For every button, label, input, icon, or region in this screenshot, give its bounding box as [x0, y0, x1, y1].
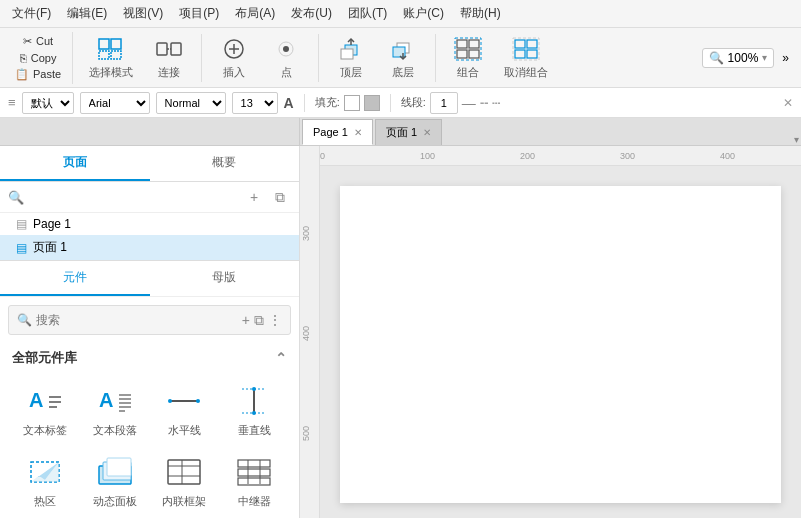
ruler-vertical: 300 400 500 — [300, 146, 320, 518]
repeater-text: 中继器 — [238, 494, 271, 509]
overview-tab[interactable]: 概要 — [150, 146, 300, 181]
menu-file[interactable]: 文件(F) — [4, 1, 59, 26]
v-line-icon — [232, 383, 276, 419]
widget-add-button[interactable]: + — [242, 312, 250, 329]
top-layer-label: 顶层 — [340, 65, 362, 80]
widget-library-collapse-icon[interactable]: ⌃ — [275, 350, 287, 366]
menu-publish[interactable]: 发布(U) — [283, 1, 340, 26]
svg-rect-23 — [515, 40, 525, 48]
svg-point-39 — [168, 399, 172, 403]
svg-rect-13 — [341, 49, 353, 59]
svg-rect-21 — [469, 50, 479, 58]
top-layer-icon — [335, 35, 367, 63]
text-label-text: 文本标签 — [23, 423, 67, 438]
format-separator-2 — [390, 94, 391, 112]
point-button[interactable]: 点 — [262, 31, 310, 84]
insert-label: 插入 — [223, 65, 245, 80]
connect-button[interactable]: 连接 — [145, 31, 193, 84]
ruler-vmark-400: 400 — [301, 326, 311, 341]
tab-page1-close[interactable]: ✕ — [354, 127, 362, 138]
pages-tab[interactable]: 页面 — [0, 146, 150, 181]
zoom-control[interactable]: 🔍 100% ▾ — [702, 48, 775, 68]
masters-tab[interactable]: 母版 — [150, 261, 300, 296]
weight-select[interactable]: Normal — [156, 92, 226, 114]
bottom-layer-label: 底层 — [392, 65, 414, 80]
widgets-tab[interactable]: 元件 — [0, 261, 150, 296]
stroke-style-1[interactable]: — — [462, 95, 476, 111]
widget-tabs: 元件 母版 — [0, 261, 299, 297]
svg-rect-3 — [111, 51, 121, 59]
search-icon: 🔍 — [8, 190, 24, 205]
group-icon — [452, 35, 484, 63]
fill-color-swatch[interactable] — [344, 95, 360, 111]
page-item-1[interactable]: ▤ 页面 1 — [0, 235, 299, 260]
tabbar-more-button[interactable]: ▾ — [794, 134, 799, 145]
widget-v-line[interactable]: 垂直线 — [221, 377, 287, 444]
widget-repeater[interactable]: 中继器 — [221, 448, 287, 515]
separator-3 — [435, 34, 436, 82]
widget-library-title: 全部元件库 ⌃ — [0, 343, 299, 373]
hotspot-text: 热区 — [34, 494, 56, 509]
menu-team[interactable]: 团队(T) — [340, 1, 395, 26]
h-line-icon — [162, 383, 206, 419]
format-list-icon: ≡ — [8, 95, 16, 110]
menu-project[interactable]: 项目(P) — [171, 1, 227, 26]
zoom-dropdown-icon: ▾ — [762, 52, 767, 63]
menu-layout[interactable]: 布局(A) — [227, 1, 283, 26]
add-page-button[interactable]: + — [243, 186, 265, 208]
widget-search-icon: 🔍 — [17, 313, 32, 327]
widget-h-line[interactable]: 水平线 — [152, 377, 218, 444]
style-select[interactable]: 默认 — [22, 92, 74, 114]
page-item-label-1: 页面 1 — [33, 239, 67, 256]
widget-inline-frame[interactable]: 内联框架 — [152, 448, 218, 515]
text-para-text: 文本段落 — [93, 423, 137, 438]
menu-view[interactable]: 视图(V) — [115, 1, 171, 26]
formatbar: ≡ 默认 Arial Normal 13 A 填充: 线段: — ╌ ┄ ✕ — [0, 88, 801, 118]
stroke-style-3[interactable]: ┄ — [492, 95, 500, 111]
widget-search-input[interactable] — [36, 308, 238, 332]
widget-hotspot[interactable]: 热区 — [12, 448, 78, 515]
menu-account[interactable]: 账户(C) — [395, 1, 452, 26]
top-layer-button[interactable]: 顶层 — [327, 31, 375, 84]
format-separator-1 — [304, 94, 305, 112]
widget-more-button[interactable]: ⋮ — [268, 312, 282, 329]
tab-page2-close[interactable]: ✕ — [423, 127, 431, 138]
widget-text-label[interactable]: A 文本标签 — [12, 377, 78, 444]
formatbar-close-button[interactable]: ✕ — [783, 96, 793, 110]
widget-dynamic-panel[interactable]: 动态面板 — [82, 448, 148, 515]
bottom-layer-button[interactable]: 底层 — [379, 31, 427, 84]
ungroup-button[interactable]: 取消组合 — [496, 31, 556, 84]
font-select[interactable]: Arial — [80, 92, 150, 114]
page-item-0[interactable]: ▤ Page 1 — [0, 213, 299, 235]
menu-edit[interactable]: 编辑(E) — [59, 1, 115, 26]
fill-label: 填充: — [315, 95, 340, 110]
group-button[interactable]: 组合 — [444, 31, 492, 84]
ungroup-icon — [510, 35, 542, 63]
stroke-size-input[interactable] — [430, 92, 458, 114]
svg-rect-57 — [238, 469, 270, 476]
font-icon: A — [284, 95, 294, 111]
svg-rect-2 — [99, 51, 109, 59]
select-mode-button[interactable]: 选择模式 — [81, 31, 141, 84]
inline-frame-text: 内联框架 — [162, 494, 206, 509]
paste-button[interactable]: 📋 Paste — [12, 67, 64, 82]
select-mode-label: 选择模式 — [89, 65, 133, 80]
widget-text-para[interactable]: A 文本段落 — [82, 377, 148, 444]
stroke-style-2[interactable]: ╌ — [480, 95, 488, 111]
widget-copy-button[interactable]: ⧉ — [254, 312, 264, 329]
svg-rect-51 — [107, 458, 131, 476]
tab-page2[interactable]: 页面 1 ✕ — [375, 119, 442, 145]
copy-button[interactable]: ⎘ Copy — [17, 51, 60, 65]
fill-color-swatch-2[interactable] — [364, 95, 380, 111]
size-select[interactable]: 13 — [232, 92, 278, 114]
tab-page1-label: Page 1 — [313, 126, 348, 138]
group-label: 组合 — [457, 65, 479, 80]
tab-page1[interactable]: Page 1 ✕ — [302, 119, 373, 145]
insert-button[interactable]: 插入 — [210, 31, 258, 84]
more-tools-button[interactable]: » — [778, 47, 793, 69]
menu-help[interactable]: 帮助(H) — [452, 1, 509, 26]
widget-search-actions: + ⧉ ⋮ — [242, 312, 282, 329]
page-options-button[interactable]: ⧉ — [269, 186, 291, 208]
cut-button[interactable]: ✂ Cut — [20, 34, 56, 49]
ruler-mark-200: 200 — [520, 151, 535, 161]
